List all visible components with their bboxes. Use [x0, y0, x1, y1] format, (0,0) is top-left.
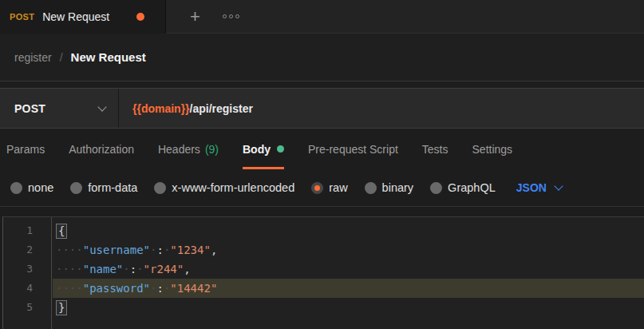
- code-line-active: ····"password"·:·"14442": [53, 279, 644, 298]
- line-number: 1: [3, 221, 51, 240]
- method-dropdown[interactable]: POST: [0, 89, 118, 128]
- body-type-selector: none form-data x-www-form-urlencoded raw…: [0, 169, 644, 207]
- radio-icon: [10, 182, 22, 194]
- method-label: POST: [14, 102, 45, 115]
- tab-authorization[interactable]: Authorization: [69, 129, 134, 169]
- matched-bracket: {: [56, 224, 67, 239]
- tab-body[interactable]: Body: [243, 129, 284, 169]
- radio-raw[interactable]: raw: [311, 181, 347, 194]
- radio-label: binary: [382, 181, 414, 194]
- json-value: "r244": [144, 263, 184, 275]
- code-line: ····"username"·:·"1234",: [53, 240, 644, 260]
- language-dropdown[interactable]: JSON: [516, 181, 562, 194]
- chevron-down-icon: [554, 181, 563, 190]
- breadcrumb-separator: /: [60, 51, 63, 64]
- url-path: /api/register: [190, 102, 253, 115]
- tab-params[interactable]: Params: [6, 129, 45, 169]
- request-tabs: Params Authorization Headers (9) Body Pr…: [0, 129, 644, 169]
- line-number-gutter: 1 2 3 4 5: [3, 217, 52, 329]
- url-variable: {{domain}}: [132, 102, 190, 115]
- breadcrumb-current[interactable]: New Request: [71, 50, 146, 64]
- json-value: "14442": [170, 282, 217, 295]
- tab-label: Settings: [472, 143, 513, 156]
- request-tab[interactable]: POST New Request: [0, 0, 166, 34]
- request-tab-bar: POST New Request +: [0, 0, 644, 34]
- code-line: }: [53, 298, 644, 317]
- tab-settings[interactable]: Settings: [472, 129, 513, 169]
- line-number: 2: [3, 240, 51, 260]
- radio-x-www-form-urlencoded[interactable]: x-www-form-urlencoded: [154, 181, 294, 194]
- code-content[interactable]: { ····"username"·:·"1234", ····"name"·:·…: [53, 217, 644, 317]
- radio-label: x-www-form-urlencoded: [172, 181, 294, 194]
- more-options-icon[interactable]: [223, 14, 239, 18]
- radio-binary[interactable]: binary: [365, 181, 414, 194]
- radio-icon: [365, 182, 377, 194]
- raw-body-editor[interactable]: 1 2 3 4 5 { ····"username"·:·"1234", ···…: [2, 216, 644, 329]
- tab-title: New Request: [42, 10, 109, 23]
- tab-pre-request-script[interactable]: Pre-request Script: [308, 129, 398, 169]
- language-label: JSON: [516, 181, 547, 194]
- radio-icon: [154, 182, 166, 194]
- radio-selected-icon: [311, 182, 323, 194]
- radio-none[interactable]: none: [10, 181, 53, 194]
- headers-count: (9): [205, 143, 219, 156]
- json-key: "password": [83, 282, 150, 295]
- body-filled-dot-icon: [277, 145, 284, 153]
- breadcrumb-collection[interactable]: register: [14, 51, 52, 64]
- tab-label: Headers: [158, 143, 200, 156]
- line-number: 3: [3, 260, 51, 279]
- radio-label: GraphQL: [448, 181, 496, 194]
- tab-label: Body: [243, 143, 271, 156]
- tab-strip: +: [166, 0, 644, 34]
- json-key: "name": [83, 263, 124, 275]
- request-url-bar: POST {{domain}}/api/register: [0, 88, 644, 129]
- line-number: 5: [3, 298, 51, 317]
- chevron-down-icon: [97, 102, 106, 111]
- json-key: "username": [83, 244, 150, 256]
- code-line: {: [53, 221, 644, 240]
- radio-icon: [70, 182, 82, 194]
- tab-label: Pre-request Script: [308, 143, 398, 156]
- radio-form-data[interactable]: form-data: [70, 181, 137, 194]
- tab-headers[interactable]: Headers (9): [158, 129, 219, 169]
- tab-label: Params: [6, 143, 45, 156]
- unsaved-indicator-icon: [136, 13, 144, 21]
- radio-label: form-data: [88, 181, 137, 194]
- radio-graphql[interactable]: GraphQL: [430, 181, 496, 194]
- tab-method-badge: POST: [10, 12, 34, 22]
- tab-label: Tests: [422, 143, 448, 156]
- line-number: 4: [3, 279, 51, 298]
- json-value: "1234": [170, 244, 211, 256]
- tab-tests[interactable]: Tests: [422, 129, 448, 169]
- breadcrumb: register / New Request: [0, 34, 644, 81]
- radio-label: none: [28, 181, 53, 194]
- tab-label: Authorization: [69, 143, 134, 156]
- radio-icon: [430, 182, 442, 194]
- url-input[interactable]: {{domain}}/api/register: [119, 89, 644, 128]
- code-line: ····"name"·:·"r244",: [53, 260, 644, 279]
- new-tab-button[interactable]: +: [190, 9, 200, 25]
- radio-label: raw: [329, 181, 347, 194]
- matched-bracket: }: [56, 300, 67, 315]
